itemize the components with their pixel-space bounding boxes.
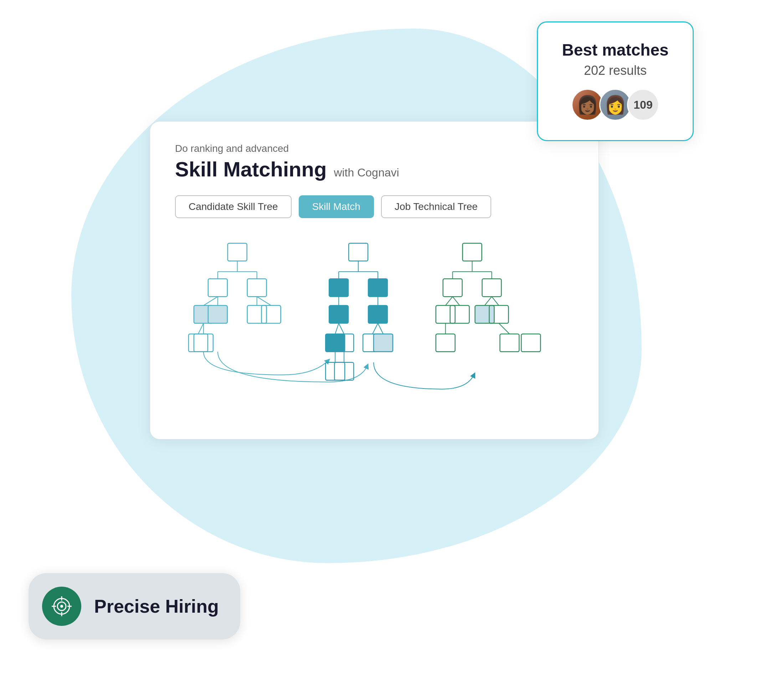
svg-rect-19: [194, 334, 213, 352]
svg-rect-30: [329, 305, 348, 323]
person-icon-1: 👩🏾: [573, 90, 603, 120]
tab-candidate-skill-tree[interactable]: Candidate Skill Tree: [175, 195, 291, 218]
svg-line-52: [445, 297, 453, 305]
svg-point-67: [60, 605, 63, 608]
svg-line-33: [338, 323, 344, 334]
svg-rect-63: [500, 334, 519, 352]
svg-line-16: [198, 323, 203, 334]
skill-matching-panel: Do ranking and advanced Skill Matchinng …: [150, 121, 599, 439]
svg-rect-57: [450, 305, 469, 323]
svg-rect-39: [374, 334, 393, 352]
svg-rect-7: [247, 279, 267, 297]
svg-rect-58: [475, 305, 494, 323]
avatar-2: 👩: [599, 89, 631, 121]
tabs-row: Candidate Skill Tree Skill Match Job Tec…: [175, 195, 574, 218]
svg-rect-27: [368, 279, 387, 297]
svg-rect-62: [436, 334, 455, 352]
person-icon-2: 👩: [600, 90, 630, 120]
svg-line-54: [485, 297, 491, 305]
best-matches-title: Best matches: [557, 40, 674, 60]
precise-hiring-label: Precise Hiring: [94, 596, 219, 617]
svg-rect-64: [521, 334, 540, 352]
panel-title-main: Skill Matchinng: [175, 157, 327, 181]
tab-skill-match[interactable]: Skill Match: [299, 195, 374, 218]
tab-job-technical-tree[interactable]: Job Technical Tree: [381, 195, 491, 218]
precise-hiring-icon: [42, 587, 81, 626]
svg-line-8: [203, 297, 218, 305]
svg-line-35: [378, 323, 383, 334]
svg-rect-43: [334, 362, 354, 380]
svg-rect-56: [436, 305, 455, 323]
svg-line-53: [453, 297, 460, 305]
svg-rect-14: [247, 305, 267, 323]
svg-line-34: [373, 323, 378, 334]
svg-rect-44: [463, 243, 482, 261]
svg-line-55: [491, 297, 499, 305]
avatar-count: 109: [627, 89, 659, 121]
panel-subtitle: Do ranking and advanced: [175, 143, 574, 154]
svg-rect-20: [349, 243, 368, 261]
svg-rect-18: [189, 334, 208, 352]
tree-diagram: [175, 236, 574, 414]
svg-rect-36: [326, 334, 345, 352]
panel-title-row: Skill Matchinng with Cognavi: [175, 157, 574, 181]
svg-rect-26: [329, 279, 348, 297]
panel-title-sub: with Cognavi: [334, 166, 399, 179]
svg-rect-31: [368, 305, 387, 323]
best-matches-card: Best matches 202 results 👩🏾 👩 109: [537, 21, 694, 141]
svg-rect-0: [228, 243, 247, 261]
svg-rect-15: [262, 305, 281, 323]
svg-rect-50: [443, 279, 462, 297]
svg-rect-11: [208, 305, 227, 323]
avatar-1: 👩🏾: [571, 89, 603, 121]
svg-line-61: [499, 323, 509, 334]
svg-rect-6: [208, 279, 227, 297]
target-icon: [51, 596, 72, 617]
svg-line-13: [257, 297, 271, 305]
avatars-row: 👩🏾 👩 109: [557, 89, 674, 121]
best-matches-results: 202 results: [557, 63, 674, 78]
svg-rect-51: [482, 279, 501, 297]
svg-line-32: [335, 323, 338, 334]
precise-hiring-card: Precise Hiring: [28, 573, 240, 639]
svg-rect-42: [326, 362, 345, 380]
